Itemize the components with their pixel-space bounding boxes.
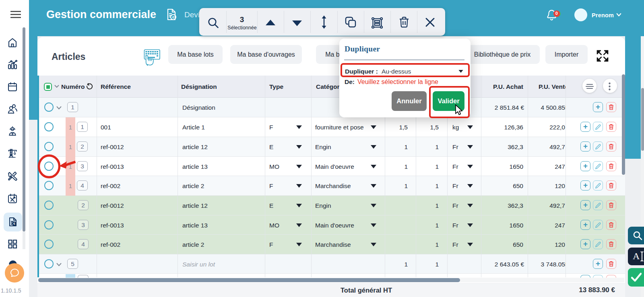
- svg-text:€: €: [172, 15, 174, 19]
- svg-text:€: €: [13, 222, 15, 225]
